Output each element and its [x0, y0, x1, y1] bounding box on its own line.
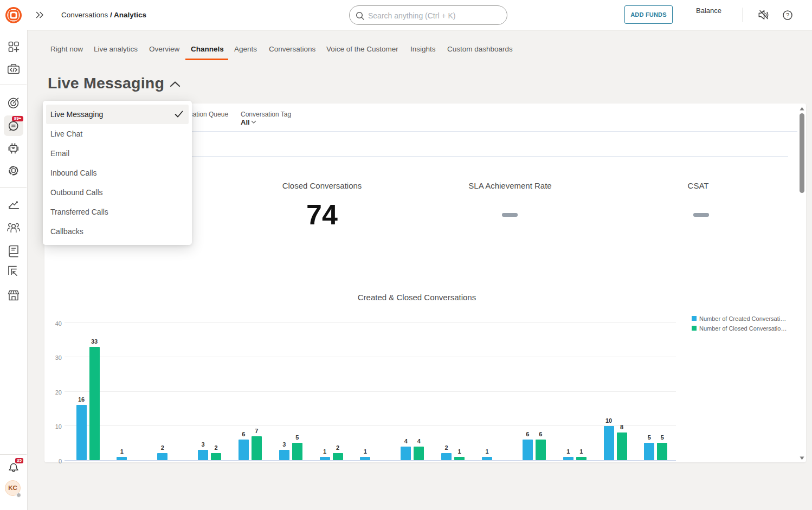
svg-text:?: ? — [786, 12, 789, 18]
